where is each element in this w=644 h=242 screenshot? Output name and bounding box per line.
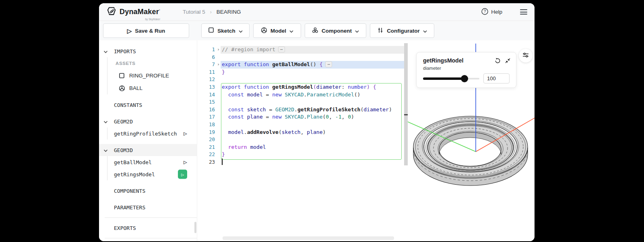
code-line-20[interactable]: 20 xyxy=(197,136,408,144)
configurator-sliders-icon xyxy=(377,27,384,35)
label: ASSETS xyxy=(99,61,136,66)
sidebar-item-ring_profile[interactable]: RING_PROFILE xyxy=(99,69,197,82)
code-lines[interactable]: 1›// #region import⋯67›export function g… xyxy=(197,40,408,166)
dropdown-model[interactable]: Model xyxy=(253,23,301,38)
app-name-mark: ° xyxy=(159,9,160,13)
label: getRingProfileSketch xyxy=(99,131,177,137)
dropdown-label: Sketch xyxy=(217,28,235,34)
chevron-expanded-icon[interactable] xyxy=(103,119,108,124)
code-line-15[interactable]: 15 xyxy=(197,98,408,106)
sidebar-section-components[interactable]: COMPONENTS xyxy=(99,185,197,197)
editor-vertical-scrollbar[interactable] xyxy=(404,43,408,165)
sidebar-divider xyxy=(105,238,197,238)
3d-viewport[interactable]: getRingsModel diameter xyxy=(408,40,535,241)
label: getRingsModel xyxy=(99,171,155,177)
run-function-play-icon[interactable]: ▷ xyxy=(184,159,187,165)
sidebar-scrollbar[interactable] xyxy=(194,222,196,233)
sidebar-item-getballmodel[interactable]: getBallModel▷ xyxy=(99,156,197,168)
app-byline: by SkyMaker xyxy=(145,18,160,21)
sidebar-item-getringprofilesketch[interactable]: getRingProfileSketch▷ xyxy=(99,127,197,140)
toolbar-strip: ▷ Save & Run SketchModelComponentConfigu… xyxy=(99,21,535,41)
line-number: 14 xyxy=(197,91,215,99)
code-line-14[interactable]: 14 const model = new SKYCAD.ParametricMo… xyxy=(197,91,408,99)
code-text: export function getRingsModel(diameter: … xyxy=(222,84,376,90)
label: EXPORTS xyxy=(99,225,136,231)
line-number: 20 xyxy=(197,136,215,144)
dropdown-configurator[interactable]: Configurator xyxy=(370,23,434,38)
sidebar-section-exports[interactable]: EXPORTS xyxy=(99,222,197,234)
code-line-16[interactable]: 16 const sketch = GEOM2D.getRingProfileS… xyxy=(197,106,408,114)
folded-code-ellipsis[interactable]: ⋯ xyxy=(278,46,285,52)
slider-thumb[interactable] xyxy=(461,75,468,82)
sidebar-section-constants[interactable]: CONSTANTS xyxy=(99,99,197,111)
sidebar-section-imports[interactable]: IMPORTS xyxy=(99,45,197,57)
code-line-18[interactable]: 18 xyxy=(197,121,408,129)
chevron-down-icon xyxy=(289,28,293,34)
dropdown-sketch[interactable]: Sketch xyxy=(201,23,250,38)
code-line-1[interactable]: 1›// #region import⋯ xyxy=(197,46,408,54)
viewport-settings-button[interactable] xyxy=(519,49,533,63)
svg-text:?: ? xyxy=(484,9,486,14)
help-button[interactable]: ? Help xyxy=(481,8,502,16)
chevron-down-icon xyxy=(355,28,359,34)
code-text: // #region import⋯ xyxy=(222,46,285,52)
chevron-expanded-icon[interactable] xyxy=(103,49,108,54)
sidebar-label-assets: ASSETS xyxy=(99,57,197,69)
code-text: } xyxy=(222,69,225,75)
code-text: const plane = new SKYCAD.Plane(0, -1, 0) xyxy=(222,114,354,120)
code-text: export function getBallModel() {⋯ xyxy=(222,61,332,67)
collapse-icon[interactable] xyxy=(504,57,511,64)
configurator-parameter-panel: getRingsModel diameter xyxy=(416,52,516,88)
breadcrumb-project[interactable]: Tutorial 5 xyxy=(183,9,205,15)
code-line-12[interactable]: 12 xyxy=(197,76,408,83)
sidebar-section-parameters[interactable]: PARAMETERS xyxy=(99,201,197,213)
line-number: 12 xyxy=(197,76,215,83)
sidebar-item-getringsmodel[interactable]: getRingsModel▷ xyxy=(99,168,197,180)
code-line-23[interactable]: 23 xyxy=(197,159,408,166)
code-text: model.addRevolve(sketch, plane) xyxy=(222,129,326,135)
code-line-17[interactable]: 17 const plane = new SKYCAD.Plane(0, -1,… xyxy=(197,113,408,121)
run-function-play-icon[interactable]: ▷ xyxy=(184,131,187,137)
component-molecule-icon xyxy=(312,27,318,35)
diameter-slider[interactable] xyxy=(423,75,479,82)
model-sphere-icon xyxy=(261,27,267,35)
label: CONSTANTS xyxy=(99,102,142,108)
code-text: } xyxy=(222,151,225,157)
running-function-play-button[interactable]: ▷ xyxy=(178,170,187,179)
dropdown-label: Configurator xyxy=(387,28,420,34)
line-number: 6 xyxy=(197,54,215,61)
help-label: Help xyxy=(491,9,502,15)
code-line-7[interactable]: 7›export function getBallModel() {⋯ xyxy=(197,61,408,69)
code-line-6[interactable]: 6 xyxy=(197,54,408,61)
diameter-value-input[interactable] xyxy=(483,73,510,83)
breadcrumb-separator-icon: › xyxy=(210,9,212,15)
line-number: 1 xyxy=(197,46,215,54)
code-editor[interactable]: 1›// #region import⋯67›export function g… xyxy=(197,40,408,241)
reset-icon[interactable] xyxy=(494,57,501,64)
fold-chevron-icon[interactable]: › xyxy=(215,46,222,54)
hamburger-menu-icon[interactable] xyxy=(520,8,527,16)
app-logo[interactable]: DynaMaker° by SkyMaker xyxy=(106,6,160,18)
play-outline-icon: ▷ xyxy=(127,28,132,34)
chevron-expanded-icon[interactable] xyxy=(103,148,108,152)
sidebar-section-geom3d[interactable]: GEOM3D xyxy=(99,144,197,156)
chevron-down-icon xyxy=(423,28,427,34)
code-line-11[interactable]: 11} xyxy=(197,69,408,76)
parameter-label: diameter xyxy=(423,66,510,71)
sidebar-item-ball[interactable]: BALL xyxy=(99,82,197,94)
editor-horizontal-scrollbar[interactable] xyxy=(223,236,394,240)
code-line-13[interactable]: 13export function getRingsModel(diameter… xyxy=(197,83,408,91)
dropdown-label: Component xyxy=(322,28,352,34)
breadcrumb-page: BEARING xyxy=(217,9,241,15)
line-number: 11 xyxy=(197,69,215,76)
dynamaker-logo-icon xyxy=(106,6,117,18)
save-and-run-button[interactable]: ▷ Save & Run xyxy=(103,23,189,38)
folded-code-ellipsis[interactable]: ⋯ xyxy=(325,61,332,67)
code-line-22[interactable]: 22} xyxy=(197,151,408,159)
dropdown-component[interactable]: Component xyxy=(305,23,366,38)
code-text: const sketch = GEOM2D.getRingProfileSket… xyxy=(222,106,392,113)
fold-chevron-icon[interactable]: › xyxy=(215,61,222,69)
code-line-19[interactable]: 19 model.addRevolve(sketch, plane) xyxy=(197,129,408,136)
code-line-21[interactable]: 21 return model xyxy=(197,144,408,151)
sidebar-section-geom2d[interactable]: GEOM2D xyxy=(99,115,197,127)
